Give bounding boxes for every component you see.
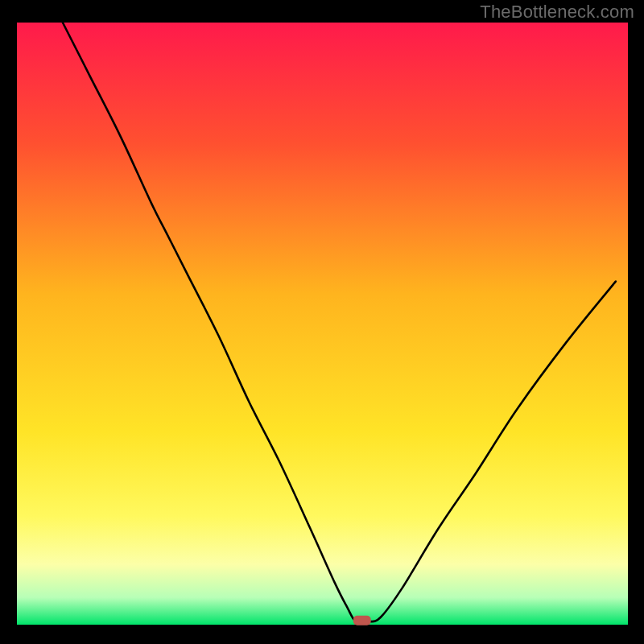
optimal-marker (353, 616, 371, 625)
bottleneck-chart (0, 0, 644, 644)
outer-frame: TheBottleneck.com (0, 0, 644, 644)
